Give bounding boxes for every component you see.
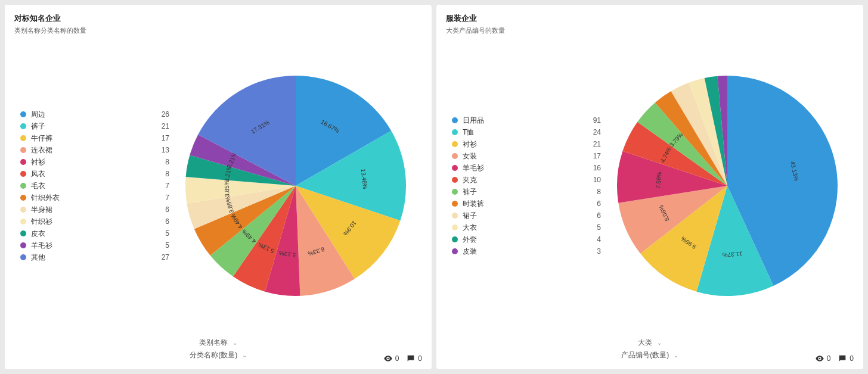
legend-marker — [20, 147, 26, 153]
legend-item[interactable]: 牛仔裤17 — [20, 132, 169, 144]
legend-item[interactable]: 时装裤6 — [452, 198, 601, 210]
legend-marker — [20, 219, 26, 225]
legend-value: 5 — [151, 229, 169, 238]
legend-item[interactable]: 针织外衣7 — [20, 192, 169, 204]
legend-label: 裤子 — [463, 187, 583, 197]
views-count: 0 — [395, 354, 399, 363]
comments-count: 0 — [418, 354, 422, 363]
legend-value: 6 — [583, 211, 601, 220]
chevron-down-icon: ⌄ — [657, 338, 662, 348]
legend-value: 5 — [583, 223, 601, 232]
legend-label: 日用品 — [463, 116, 583, 126]
chevron-down-icon: ⌄ — [242, 350, 247, 360]
legend-value: 8 — [151, 158, 169, 166]
legend-item[interactable]: 连衣裙13 — [20, 144, 169, 156]
legend-label: 皮衣 — [31, 229, 151, 239]
chart-title: 对标知名企业 — [14, 13, 422, 24]
legend-item[interactable]: 羊毛衫5 — [20, 239, 169, 251]
legend-item[interactable]: 外套4 — [452, 233, 601, 245]
legend-label: 毛衣 — [31, 181, 151, 191]
legend-label: 羊毛衫 — [463, 163, 583, 173]
legend-label: 裙子 — [463, 211, 583, 221]
legend-marker — [20, 230, 26, 236]
axis-labels: 大类 ⌄ 产品编号(数量) ⌄ — [446, 336, 854, 361]
legend-value: 17 — [151, 134, 169, 142]
legend-label: 衬衫 — [31, 157, 151, 167]
legend-marker — [452, 141, 458, 147]
comments[interactable]: 0 — [838, 354, 854, 363]
axis-value[interactable]: 分类名称(数量) ⌄ — [14, 349, 422, 361]
legend-label: 羊毛衫 — [31, 241, 151, 251]
legend-item[interactable]: 针织衫6 — [20, 216, 169, 227]
legend-label: 周边 — [31, 110, 151, 120]
legend-label: 连衣裙 — [31, 145, 151, 155]
chevron-down-icon: ⌄ — [674, 350, 678, 360]
comment-icon — [406, 354, 416, 363]
legend-marker — [20, 171, 26, 177]
legend-label: 夹克 — [463, 175, 583, 185]
legend-value: 27 — [151, 253, 169, 261]
chart-card-1: 对标知名企业 类别名称分类名称的数量 周边26裤子21牛仔裤17连衣裙13衬衫8… — [5, 5, 432, 369]
legend-value: 91 — [583, 116, 601, 124]
chart-card-2: 服装企业 大类产品编号的数量 日用品91T恤24衬衫21女装17羊毛衫16夹克1… — [436, 5, 863, 369]
legend-label: 大衣 — [463, 223, 583, 233]
legend: 周边26裤子21牛仔裤17连衣裙13衬衫8风衣8毛衣7针织外衣7半身裙6针织衫6… — [14, 108, 169, 263]
axis-category[interactable]: 大类 ⌄ — [446, 336, 854, 348]
views-count: 0 — [827, 354, 831, 363]
chevron-down-icon: ⌄ — [232, 338, 237, 348]
pie-chart[interactable]: 16.67%13.46%10.9%8.33%5.13%5.13%4.49%4.4… — [176, 67, 415, 305]
legend-item[interactable]: 裤子8 — [452, 186, 601, 198]
legend-item[interactable]: 衬衫8 — [20, 156, 169, 168]
legend-value: 3 — [583, 247, 601, 255]
legend-item[interactable]: T恤24 — [452, 126, 601, 138]
legend-item[interactable]: 风衣8 — [20, 168, 169, 180]
legend-item[interactable]: 裙子6 — [452, 210, 601, 222]
axis-category[interactable]: 类别名称 ⌄ — [14, 336, 422, 348]
card-footer: 0 0 — [383, 354, 422, 363]
legend-marker — [452, 248, 458, 254]
legend-marker — [452, 153, 458, 159]
legend-item[interactable]: 女装17 — [452, 150, 601, 162]
legend: 日用品91T恤24衬衫21女装17羊毛衫16夹克10裤子8时装裤6裙子6大衣5外… — [446, 114, 601, 257]
legend-item[interactable]: 羊毛衫16 — [452, 162, 601, 174]
views[interactable]: 0 — [815, 354, 831, 363]
legend-item[interactable]: 毛衣7 — [20, 180, 169, 192]
legend-item[interactable]: 皮衣5 — [20, 227, 169, 239]
legend-value: 4 — [583, 235, 601, 244]
comments[interactable]: 0 — [406, 354, 422, 363]
legend-item[interactable]: 衬衫21 — [452, 138, 601, 150]
views[interactable]: 0 — [383, 354, 399, 363]
legend-marker — [20, 207, 26, 213]
axis-value[interactable]: 产品编号(数量) ⌄ — [446, 349, 854, 361]
legend-marker — [452, 177, 458, 183]
legend-label: 针织外衣 — [31, 193, 151, 203]
legend-marker — [452, 201, 458, 207]
legend-item[interactable]: 裤子21 — [20, 120, 169, 132]
legend-value: 7 — [151, 182, 169, 190]
legend-value: 21 — [583, 140, 601, 148]
legend-marker — [20, 195, 26, 201]
legend-item[interactable]: 其他27 — [20, 251, 169, 263]
legend-item[interactable]: 日用品91 — [452, 114, 601, 126]
legend-label: 针织衫 — [31, 217, 151, 227]
legend-marker — [452, 189, 458, 195]
legend-marker — [20, 254, 26, 260]
legend-item[interactable]: 夹克10 — [452, 174, 601, 186]
legend-value: 10 — [583, 176, 601, 184]
legend-item[interactable]: 大衣5 — [452, 222, 601, 233]
legend-item[interactable]: 周边26 — [20, 108, 169, 120]
legend-label: 皮装 — [463, 247, 583, 257]
pie-wrap: 16.67%13.46%10.9%8.33%5.13%5.13%4.49%4.4… — [169, 67, 422, 305]
legend-value: 8 — [151, 170, 169, 178]
legend-label: 女装 — [463, 151, 583, 161]
legend-label: 外套 — [463, 235, 583, 245]
legend-item[interactable]: 半身裙6 — [20, 204, 169, 216]
eye-icon — [815, 354, 824, 363]
legend-item[interactable]: 皮装3 — [452, 245, 601, 257]
legend-value: 26 — [151, 110, 169, 119]
comments-count: 0 — [850, 354, 854, 363]
eye-icon — [383, 354, 393, 363]
pie-chart[interactable]: 43.13%11.37%9.95%8.06%7.58%4.74%3.79% — [608, 67, 847, 305]
legend-value: 21 — [151, 122, 169, 130]
legend-label: 牛仔裤 — [31, 133, 151, 144]
